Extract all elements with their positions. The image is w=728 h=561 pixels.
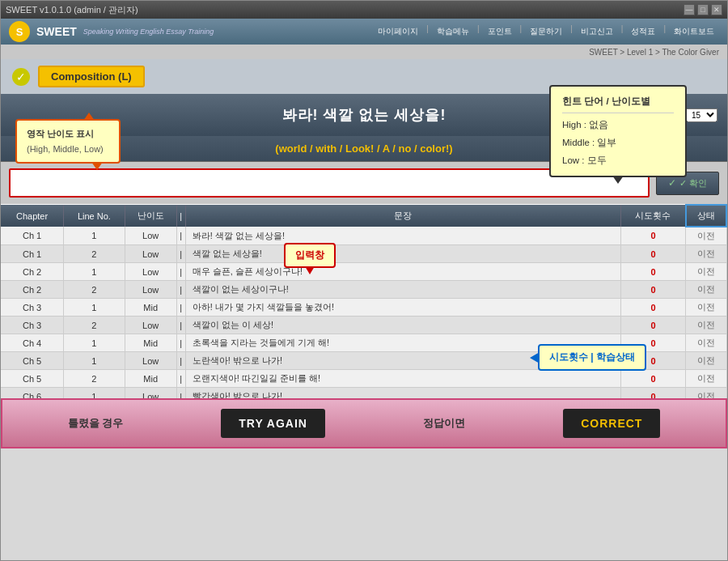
font-size-control: • FONT SIZE 15 12 18 20 xyxy=(625,108,717,122)
table-row[interactable]: Ch 3 1 Mid | 아하! 내가 몇 가지 색깔들을 놓겼어! 0 이전 xyxy=(1,299,726,317)
cell-count: 0 xyxy=(620,245,685,263)
data-table: Chapter Line No. 난이도 | 문장 시도횟수 상태 Ch 1 1… xyxy=(1,204,727,398)
cell-status: 이전 xyxy=(686,370,726,388)
sentence-input[interactable] xyxy=(9,168,650,198)
cell-status: 이전 xyxy=(686,299,726,317)
cell-sentence: 오랜지색아! 따긴일길 준비를 해! xyxy=(185,370,620,388)
col-sentence: 문장 xyxy=(185,205,620,227)
bottom-left-label: 틀렸을 경우 xyxy=(68,416,124,431)
cell-status: 이전 xyxy=(686,388,726,399)
cell-ch: Ch 1 xyxy=(1,245,64,263)
cell-sentence: 아하! 내가 몇 가지 색깔들을 놓겼어! xyxy=(185,299,620,317)
cell-line: 1 xyxy=(64,227,125,245)
table-row[interactable]: Ch 2 1 Low | 매우 슬픈, 슬픈 세상이구나! 0 이전 xyxy=(1,263,726,281)
cell-ch: Ch 5 xyxy=(1,352,64,370)
cell-pipe: | xyxy=(176,388,185,399)
cell-line: 1 xyxy=(64,388,125,399)
cell-level: Low xyxy=(125,317,176,334)
minimize-button[interactable]: — xyxy=(684,4,695,15)
table-row[interactable]: Ch 4 1 Mid | 초록색을 지라는 것들에게 기게 해! 0 이전 xyxy=(1,334,726,352)
cell-status: 이전 xyxy=(686,352,726,370)
col-pipe: | xyxy=(176,205,185,227)
cell-ch: Ch 5 xyxy=(1,370,64,388)
col-status: 상태 xyxy=(686,205,726,227)
confirm-button[interactable]: ✓ ✓ 확인 xyxy=(656,172,719,195)
logo-title: SWEET xyxy=(36,25,77,38)
cell-pipe: | xyxy=(176,263,185,281)
table-row[interactable]: Ch 1 1 Low | 봐라! 색깔 없는 세상을! 0 이전 xyxy=(1,227,726,245)
cell-ch: Ch 3 xyxy=(1,317,64,334)
col-count: 시도횟수 xyxy=(620,205,685,227)
table-row[interactable]: Ch 2 2 Low | 색깔이 없는 세상이구나! 0 이전 xyxy=(1,281,726,299)
table-body: Ch 1 1 Low | 봐라! 색깔 없는 세상을! 0 이전 Ch 1 2 … xyxy=(1,227,726,398)
cell-level: Low xyxy=(125,388,176,399)
cell-level: Low xyxy=(125,245,176,263)
hints-text: (world / with / Look! / A / no / color!) xyxy=(275,142,452,155)
cell-count: 0 xyxy=(620,370,685,388)
confirm-label: ✓ 확인 xyxy=(679,177,707,189)
nav-report[interactable]: 비고신고 xyxy=(576,24,618,39)
cell-status: 이전 xyxy=(686,317,726,334)
cell-level: Low xyxy=(125,281,176,299)
cell-status: 이전 xyxy=(686,263,726,281)
cell-sentence: 초록색을 지라는 것들에게 기게 해! xyxy=(185,334,620,352)
nav-mypage[interactable]: 마이페이지 xyxy=(373,24,423,39)
cell-count: 0 xyxy=(620,317,685,334)
cell-line: 1 xyxy=(64,263,125,281)
cell-line: 1 xyxy=(64,352,125,370)
sentence-header: 봐라! 색깔 없는 세상을! • FONT SIZE 15 12 18 20 xyxy=(1,94,727,136)
cell-sentence: 노란색아! 밖으로 나가! xyxy=(185,352,620,370)
cell-ch: Ch 6 xyxy=(1,388,64,399)
cell-ch: Ch 4 xyxy=(1,334,64,352)
table-row[interactable]: Ch 3 2 Low | 색깔이 없는 이 세상! 0 이전 xyxy=(1,317,726,334)
cell-pipe: | xyxy=(176,245,185,263)
nav-points[interactable]: 포인트 xyxy=(483,24,517,39)
cell-count: 0 xyxy=(620,388,685,399)
correct-button[interactable]: CORRECT xyxy=(563,409,660,438)
table-row[interactable]: Ch 5 1 Low | 노란색아! 밖으로 나가! 0 이전 xyxy=(1,352,726,370)
cell-level: Low xyxy=(125,263,176,281)
try-again-button[interactable]: TRY AGAIN xyxy=(221,409,325,438)
main-sentence: 봐라! 색깔 없는 세상을! xyxy=(282,107,447,123)
cell-level: Low xyxy=(125,352,176,370)
check-icon: ✓ xyxy=(12,68,30,86)
cell-line: 2 xyxy=(64,281,125,299)
cell-count: 0 xyxy=(620,281,685,299)
nav-question[interactable]: 질문하기 xyxy=(525,24,567,39)
table-row[interactable]: Ch 5 2 Mid | 오랜지색아! 따긴일길 준비를 해! 0 이전 xyxy=(1,370,726,388)
cell-line: 1 xyxy=(64,334,125,352)
nav-buttons: 마이페이지 | 학습메뉴 | 포인트 | 질문하기 | 비고신고 | 성적표 |… xyxy=(373,24,719,39)
bottom-right-label: 정답이면 xyxy=(423,416,465,431)
cell-pipe: | xyxy=(176,227,185,245)
breadcrumb-bar: SWEET > Level 1 > The Color Giver xyxy=(1,45,727,59)
cell-level: Mid xyxy=(125,334,176,352)
cell-pipe: | xyxy=(176,334,185,352)
nav-study[interactable]: 학습메뉴 xyxy=(432,24,474,39)
cell-ch: Ch 1 xyxy=(1,227,64,245)
cell-sentence: 매우 슬픈, 슬픈 세상이구나! xyxy=(185,263,620,281)
col-chapter: Chapter xyxy=(1,205,64,227)
cell-pipe: | xyxy=(176,281,185,299)
comp-area: ✓ Composition (L) xyxy=(1,59,727,94)
main-content: SWEET > Level 1 > The Color Giver ✓ Comp… xyxy=(1,45,727,560)
table-row[interactable]: Ch 6 1 Low | 빨간색아! 밖으로 나가! 0 이전 xyxy=(1,388,726,399)
maximize-button[interactable]: □ xyxy=(697,4,709,15)
cell-sentence: 색깔이 없는 이 세상! xyxy=(185,317,620,334)
col-level: 난이도 xyxy=(125,205,176,227)
word-hints: (world / with / Look! / A / no / color!) xyxy=(1,136,727,162)
table-row[interactable]: Ch 1 2 Low | 색깔 없는 세상을! 0 이전 xyxy=(1,245,726,263)
title-bar: SWEET v1.0.1.0 (admin / 관리자) — □ ✕ xyxy=(1,1,727,19)
cell-status: 이전 xyxy=(686,334,726,352)
close-button[interactable]: ✕ xyxy=(711,4,722,15)
nav-whiteboard[interactable]: 화이트보드 xyxy=(669,24,719,39)
nav-grade[interactable]: 성적표 xyxy=(626,24,660,39)
cell-count: 0 xyxy=(620,263,685,281)
title-bar-text: SWEET v1.0.1.0 (admin / 관리자) xyxy=(6,4,138,16)
cell-line: 2 xyxy=(64,317,125,334)
data-table-container[interactable]: Chapter Line No. 난이도 | 문장 시도횟수 상태 Ch 1 1… xyxy=(1,204,727,398)
font-size-select[interactable]: 15 12 18 20 xyxy=(685,108,717,122)
cell-sentence: 빨간색아! 밖으로 나가! xyxy=(185,388,620,399)
cell-count: 0 xyxy=(620,334,685,352)
cell-ch: Ch 3 xyxy=(1,299,64,317)
logo-subtitle: Speaking Writing English Essay Training xyxy=(83,28,214,36)
